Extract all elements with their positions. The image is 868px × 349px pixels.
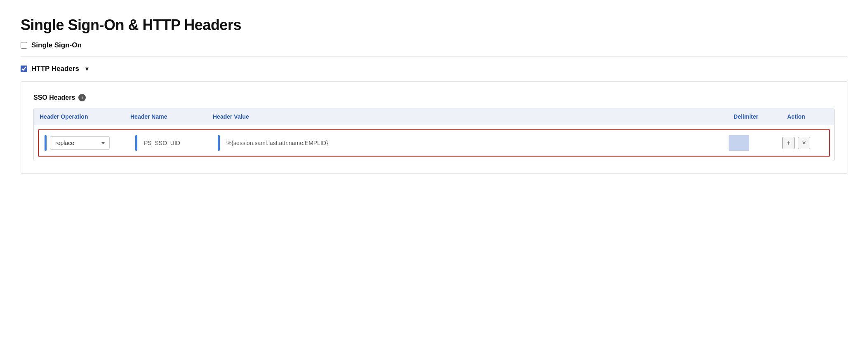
table-row: replace insert remove + bbox=[38, 129, 830, 157]
operation-cell: replace insert remove bbox=[45, 135, 135, 151]
header-value-input[interactable] bbox=[223, 137, 729, 149]
table-header-row: Header Operation Header Name Header Valu… bbox=[34, 108, 834, 125]
delimiter-cell bbox=[729, 135, 782, 151]
value-blue-bar bbox=[218, 135, 220, 151]
http-headers-checkbox[interactable] bbox=[21, 66, 27, 72]
http-headers-dropdown-arrow[interactable]: ▼ bbox=[84, 66, 90, 72]
col-header-delimiter: Delimiter bbox=[734, 112, 787, 121]
sso-checkbox-row: Single Sign-On bbox=[21, 41, 847, 49]
col-header-action: Action bbox=[787, 112, 828, 121]
headers-panel: SSO Headers i Header Operation Header Na… bbox=[21, 81, 847, 174]
action-cell: + × bbox=[782, 137, 823, 149]
sso-headers-label: SSO Headers bbox=[33, 94, 75, 101]
sso-checkbox[interactable] bbox=[21, 42, 27, 49]
sso-headers-title-row: SSO Headers i bbox=[33, 94, 835, 101]
sso-label: Single Sign-On bbox=[31, 41, 82, 49]
operation-select[interactable]: replace insert remove bbox=[50, 136, 110, 150]
page-title: Single Sign-On & HTTP Headers bbox=[21, 16, 847, 34]
col-header-operation: Header Operation bbox=[40, 112, 130, 121]
section-divider bbox=[21, 56, 847, 56]
col-header-value: Header Value bbox=[213, 112, 734, 121]
http-headers-row: HTTP Headers ▼ bbox=[21, 65, 847, 73]
sso-table: Header Operation Header Name Header Valu… bbox=[33, 108, 835, 161]
info-icon[interactable]: i bbox=[78, 94, 86, 101]
delimiter-box[interactable] bbox=[729, 135, 749, 151]
header-value-cell bbox=[218, 135, 729, 151]
header-name-cell bbox=[135, 135, 218, 151]
header-name-input[interactable] bbox=[141, 137, 198, 149]
add-row-button[interactable]: + bbox=[782, 137, 795, 149]
name-blue-bar bbox=[135, 135, 137, 151]
remove-row-button[interactable]: × bbox=[798, 137, 810, 149]
operation-blue-bar bbox=[45, 135, 47, 151]
http-headers-label: HTTP Headers bbox=[31, 65, 79, 73]
col-header-name: Header Name bbox=[130, 112, 213, 121]
